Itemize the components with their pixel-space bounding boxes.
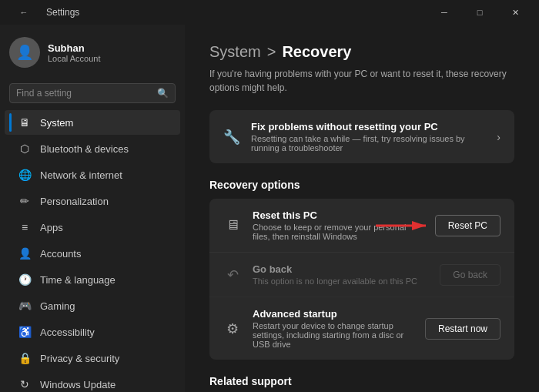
sidebar-item-apps[interactable]: ≡ Apps [5, 215, 180, 240]
close-button[interactable]: ✕ [497, 0, 533, 25]
reset-title: Reset this PC [253, 209, 424, 221]
reset-text: Reset this PC Choose to keep or remove y… [253, 209, 424, 241]
sidebar-item-update-label: Windows Update [40, 379, 116, 390]
back-button[interactable]: ← [6, 0, 42, 25]
fix-card-arrow-icon: › [497, 131, 500, 143]
sidebar-item-time[interactable]: 🕐 Time & language [5, 267, 180, 292]
recovery-options-list: 🖥 Reset this PC Choose to keep or remove… [209, 199, 514, 360]
accessibility-icon: ♿ [17, 326, 32, 338]
search-icon: 🔍 [157, 88, 169, 99]
sidebar-item-gaming-label: Gaming [40, 300, 75, 312]
sidebar-item-bluetooth-label: Bluetooth & devices [40, 143, 129, 155]
restart-now-button[interactable]: Restart now [425, 318, 500, 340]
breadcrumb-current: Recovery [282, 43, 351, 61]
advanced-text: Advanced startup Restart your device to … [253, 308, 414, 349]
sidebar-item-personalization[interactable]: ✏ Personalization [5, 189, 180, 213]
sidebar-item-gaming[interactable]: 🎮 Gaming [5, 293, 180, 318]
related-support-title: Related support [209, 375, 514, 387]
apps-icon: ≡ [17, 221, 32, 233]
titlebar-title: Settings [46, 7, 79, 18]
reset-subtitle: Choose to keep or remove your personal f… [253, 223, 424, 241]
sidebar-item-network-label: Network & internet [40, 169, 122, 181]
goback-subtitle: This option is no longer available on th… [253, 276, 417, 286]
sidebar-item-time-label: Time & language [40, 274, 116, 286]
fix-card-text: Fix problems without resetting your PC R… [251, 121, 486, 152]
goback-icon: ↶ [223, 266, 242, 283]
sidebar-item-update[interactable]: ↻ Windows Update [5, 372, 180, 392]
fix-icon: 🔧 [223, 129, 240, 146]
sidebar: 👤 Subhan Local Account 🔍 🖥 System ⬡ Blue… [0, 25, 185, 392]
sidebar-item-accessibility[interactable]: ♿ Accessibility [5, 320, 180, 344]
main-layout: 👤 Subhan Local Account 🔍 🖥 System ⬡ Blue… [0, 25, 539, 392]
sidebar-item-privacy[interactable]: 🔒 Privacy & security [5, 346, 180, 370]
fix-card-title: Fix problems without resetting your PC [251, 121, 486, 132]
advanced-subtitle: Restart your device to change startup se… [253, 321, 414, 349]
personalization-icon: ✏ [17, 195, 32, 207]
page-description: If you're having problems with your PC o… [209, 67, 514, 95]
update-icon: ↻ [17, 378, 32, 390]
user-info: Subhan Local Account [48, 42, 101, 63]
goback-title: Go back [253, 263, 417, 275]
sidebar-item-network[interactable]: 🌐 Network & internet [5, 162, 180, 187]
go-back-button[interactable]: Go back [440, 264, 500, 286]
breadcrumb: System > Recovery [209, 43, 514, 61]
titlebar: ← Settings ─ □ ✕ [0, 0, 539, 25]
user-account-type: Local Account [48, 54, 101, 63]
user-profile: 👤 Subhan Local Account [0, 25, 185, 80]
network-icon: 🌐 [17, 169, 32, 181]
content-area: System > Recovery If you're having probl… [185, 25, 539, 392]
reset-icon: 🖥 [223, 217, 242, 233]
breadcrumb-system: System [209, 43, 261, 61]
search-box[interactable]: 🔍 [9, 83, 176, 103]
breadcrumb-separator: > [267, 43, 276, 61]
sidebar-item-accounts[interactable]: 👤 Accounts [5, 241, 180, 266]
fix-card-subtitle: Resetting can take a while — first, try … [251, 134, 486, 152]
minimize-button[interactable]: ─ [427, 0, 462, 25]
user-name: Subhan [48, 42, 101, 54]
recovery-row-goback: ↶ Go back This option is no longer avail… [209, 253, 514, 297]
advanced-title: Advanced startup [253, 308, 414, 320]
system-icon: 🖥 [17, 116, 32, 129]
advanced-icon: ⚙ [223, 320, 242, 337]
bluetooth-icon: ⬡ [17, 142, 32, 155]
recovery-row-reset: 🖥 Reset this PC Choose to keep or remove… [209, 199, 514, 253]
recovery-section-title: Recovery options [209, 179, 514, 191]
sidebar-item-system-label: System [40, 117, 73, 129]
accounts-icon: 👤 [17, 247, 32, 260]
sidebar-item-accessibility-label: Accessibility [40, 327, 95, 338]
reset-pc-button[interactable]: Reset PC [435, 215, 500, 236]
sidebar-item-apps-label: Apps [40, 222, 63, 233]
recovery-row-advanced: ⚙ Advanced startup Restart your device t… [209, 297, 514, 360]
avatar: 👤 [9, 37, 40, 68]
goback-text: Go back This option is no longer availab… [253, 263, 417, 286]
fix-problems-card[interactable]: 🔧 Fix problems without resetting your PC… [209, 110, 514, 163]
sidebar-item-personalization-label: Personalization [40, 196, 109, 207]
sidebar-item-system[interactable]: 🖥 System [5, 110, 180, 135]
titlebar-controls: ─ □ ✕ [427, 0, 533, 25]
sidebar-item-accounts-label: Accounts [40, 248, 81, 260]
sidebar-item-bluetooth[interactable]: ⬡ Bluetooth & devices [5, 136, 180, 161]
maximize-button[interactable]: □ [462, 0, 497, 25]
search-input[interactable] [16, 88, 152, 99]
time-icon: 🕐 [17, 273, 32, 286]
privacy-icon: 🔒 [17, 352, 32, 364]
gaming-icon: 🎮 [17, 300, 32, 312]
titlebar-left: ← Settings [6, 0, 427, 25]
sidebar-item-privacy-label: Privacy & security [40, 353, 119, 364]
